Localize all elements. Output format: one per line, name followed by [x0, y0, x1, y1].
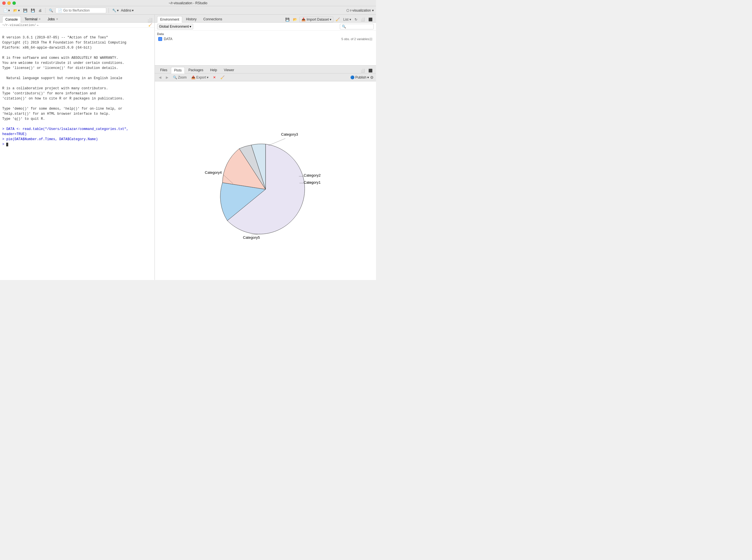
data-grid-icon[interactable]: ⊞ [369, 37, 372, 41]
env-maximize-button[interactable]: ⬛ [367, 17, 374, 22]
open-file-icon: 📂 [13, 8, 18, 13]
tab-files[interactable]: Files [157, 67, 170, 73]
env-minimize-button[interactable]: ⬜ [360, 17, 366, 22]
clear-console-icon[interactable]: 🧹 [148, 23, 152, 27]
publish-label: Publish [355, 76, 366, 79]
console-minimize-button[interactable]: ⬜ [147, 18, 152, 22]
tab-history[interactable]: History [183, 16, 200, 22]
project-info: ⬡ r-visualization ▾ [346, 8, 374, 13]
publish-arrow: ▾ [367, 76, 369, 79]
environment-panel: Environment History Connections 💾 📂 📥 Im… [155, 15, 376, 65]
env-tab-label: Environment [160, 18, 179, 21]
left-panel: Console Terminal ✕ Jobs ✕ ⬜ ~/r-visualiz… [0, 15, 155, 280]
tab-console[interactable]: Console [2, 16, 21, 23]
plots-tab-bar: Files Plots Packages Help Viewer ⬜ ⬛ [155, 65, 376, 74]
console-area[interactable]: R version 3.6.1 (2019-07-05) -- "Action … [0, 28, 155, 280]
new-file-icon: 📄 [3, 8, 8, 13]
terminal-close-icon[interactable]: ✕ [38, 18, 41, 21]
tab-plots[interactable]: Plots [171, 67, 185, 74]
global-env-selector[interactable]: Global Environment ▾ [157, 24, 193, 29]
find-button[interactable]: 🔍 [48, 8, 54, 13]
command-prompt-2: > [2, 137, 6, 141]
tab-help[interactable]: Help [207, 67, 220, 73]
plots-panel-actions: ⬜ ⬛ [360, 68, 374, 73]
maximize-button[interactable] [13, 1, 16, 5]
command-prompt-1: > [2, 127, 6, 131]
tab-connections[interactable]: Connections [200, 16, 225, 22]
data-item-desc: 5 obs. of 2 variables [342, 37, 369, 41]
packages-tab-label: Packages [188, 68, 203, 72]
env-load-button[interactable]: 📂 [292, 17, 298, 22]
env-selector-label: Global Environment [159, 25, 189, 28]
zoom-icon: 🔍 [173, 76, 177, 79]
connections-tab-label: Connections [203, 17, 222, 21]
save-all-button[interactable]: 💾 [30, 8, 36, 13]
plot-clear-button[interactable]: 🧹 [219, 75, 226, 80]
label-line-category3 [268, 138, 285, 145]
env-tab-bar: Environment History Connections 💾 📂 📥 Im… [155, 15, 376, 23]
publish-button[interactable]: 🔵 Publish ▾ [350, 76, 369, 79]
traffic-lights [2, 1, 16, 5]
env-refresh-button[interactable]: ↻ [353, 17, 359, 22]
new-file-button[interactable]: 📄 ▾ [2, 8, 11, 13]
project-label: r-visualization [350, 8, 371, 13]
path-edit-icon[interactable]: ✏️ [37, 23, 39, 27]
console-path: ~/r-visualization/ ✏️ 🧹 [0, 23, 155, 28]
label-line-category5 [251, 234, 260, 235]
close-button[interactable] [2, 1, 6, 5]
tab-environment[interactable]: Environment [157, 16, 182, 23]
separator-1 [45, 8, 45, 13]
open-file-button[interactable]: 📂 ▾ [12, 8, 21, 13]
plots-minimize-button[interactable]: ⬜ [360, 68, 366, 73]
settings-icon: ⚙ [370, 75, 374, 80]
code-tools-arrow: ▾ [117, 8, 119, 13]
command-text-2: pie(DATA$Number.of.Times, DATA$Category.… [6, 137, 98, 141]
print-button[interactable]: 🖨 [37, 8, 43, 13]
save-button[interactable]: 💾 [22, 8, 28, 13]
tab-jobs[interactable]: Jobs ✕ [44, 16, 61, 22]
pie-chart-svg: Category1 Category2 Category3 Category4 … [189, 113, 342, 248]
history-tab-label: History [186, 17, 196, 21]
code-tools-button[interactable]: 🔧 ▾ [111, 8, 120, 13]
tab-viewer[interactable]: Viewer [221, 67, 237, 73]
main-layout: Console Terminal ✕ Jobs ✕ ⬜ ~/r-visualiz… [0, 15, 376, 280]
data-section: Data ⬡ DATA 5 obs. of 2 variables ⊞ [155, 31, 376, 65]
minimize-button[interactable] [7, 1, 11, 5]
plot-settings-button[interactable]: ⚙ [370, 75, 374, 80]
project-icon: ⬡ [346, 8, 349, 13]
plot-forward-button[interactable]: ▶ [164, 75, 170, 80]
env-save-button[interactable]: 💾 [284, 17, 291, 22]
tab-packages[interactable]: Packages [185, 67, 206, 73]
jobs-tab-label: Jobs [47, 17, 55, 21]
env-search-box[interactable]: 🔍 [340, 24, 374, 29]
goto-icon: 📄 [58, 8, 62, 13]
console-command-2: > pie(DATA$Number.of.Times, DATA$Categor… [2, 137, 152, 142]
env-panel-actions: 💾 📂 📥 Import Dataset ▾ 🧹 List ▾ ↻ ⬜ ⬛ [284, 17, 374, 22]
plot-back-button[interactable]: ◀ [157, 75, 163, 80]
goto-field[interactable]: 📄 Go to file/function [55, 8, 106, 13]
zoom-label: Zoom [178, 76, 187, 79]
code-tools-icon: 🔧 [112, 8, 116, 13]
import-dataset-button[interactable]: 📥 Import Dataset ▾ [300, 17, 333, 22]
save-all-icon: 💾 [31, 8, 35, 13]
project-arrow: ▾ [372, 8, 374, 13]
zoom-button[interactable]: 🔍 Zoom [171, 75, 188, 80]
viewer-tab-label: Viewer [224, 68, 234, 72]
plot-area: Category1 Category2 Category3 Category4 … [155, 81, 376, 280]
plots-maximize-button[interactable]: ⬛ [367, 68, 374, 73]
tab-terminal[interactable]: Terminal ✕ [21, 16, 44, 22]
find-icon: 🔍 [49, 8, 53, 13]
addins-arrow: ▾ [132, 8, 134, 13]
titlebar: ~/r-visualization - RStudio [0, 0, 376, 6]
clear-icon: 🧹 [220, 76, 225, 79]
env-list-button[interactable]: List ▾ [342, 17, 352, 22]
help-tab-label: Help [210, 68, 217, 72]
addins-button[interactable]: Addins ▾ [121, 8, 134, 13]
env-clear-button[interactable]: 🧹 [334, 17, 341, 22]
addins-label: Addins [121, 8, 131, 13]
label-category2: Category2 [304, 173, 321, 177]
plot-delete-button[interactable]: ✕ [211, 75, 218, 80]
data-item-DATA[interactable]: ⬡ DATA 5 obs. of 2 variables ⊞ [157, 36, 374, 42]
jobs-close-icon[interactable]: ✕ [56, 18, 58, 21]
export-button[interactable]: 📤 Export ▾ [189, 75, 210, 80]
